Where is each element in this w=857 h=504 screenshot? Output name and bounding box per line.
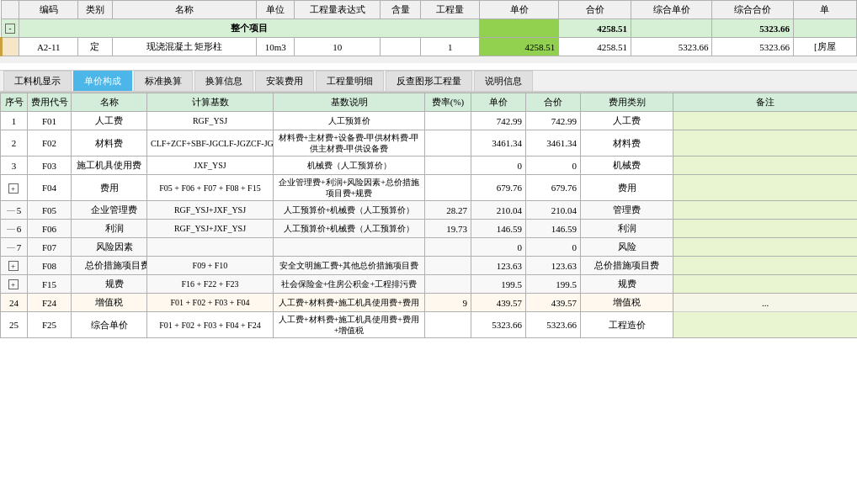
- cell-code: F25: [28, 312, 72, 338]
- table-row: +F15规费F16 + F22 + F23社会保险金+住房公积金+工程排污费19…: [1, 275, 858, 294]
- bottom-table: 序号 费用代号 名称 计算基数 基数说明 费率(%) 单价 合价 费用类别 备注…: [0, 93, 857, 338]
- cell-total: 123.63: [526, 257, 581, 275]
- tab-huansuan[interactable]: 换算信息: [194, 71, 253, 91]
- cell-rate: [425, 112, 471, 130]
- table-row: +F04费用F05 + F06 + F07 + F08 + F15企业管理费+利…: [1, 175, 858, 201]
- col-total: 合价: [559, 1, 631, 19]
- cell-total: 0: [526, 238, 581, 257]
- cell-unit-price: 0: [471, 238, 526, 257]
- cell-rate: [425, 130, 471, 157]
- expand-icon[interactable]: +: [8, 279, 19, 289]
- cell-rate: [425, 175, 471, 201]
- cell-category: 材料费: [581, 130, 673, 157]
- cell-seq: 24: [1, 294, 28, 312]
- project-row: - 整个项目 4258.51 5323.66: [2, 19, 857, 38]
- cell-unit-price: 146.59: [471, 220, 526, 238]
- cell-note: [673, 130, 858, 157]
- cell-base-desc: 企业管理费+利润+风险因素+总价措施项目费+规费: [274, 175, 425, 201]
- col-quantity: 工程量: [421, 1, 480, 19]
- cell-unit-price: 199.5: [471, 275, 526, 294]
- expand-icon[interactable]: +: [8, 183, 19, 194]
- top-header: 编码 类别 名称 单位 工程量表达式 含量 工程量 单价 合价 综合单价 综合合…: [2, 1, 857, 19]
- cell-category: 管理费: [581, 201, 673, 220]
- bh-base: 计算基数: [147, 93, 274, 112]
- cell-total: 3461.34: [526, 130, 581, 157]
- cell-seq: +: [1, 275, 28, 294]
- cell-category: 总价措施项目费: [581, 257, 673, 275]
- cell-base: JXF_YSJ: [147, 157, 274, 175]
- cell-name: 材料费: [72, 130, 147, 157]
- tab-gongliaojishow[interactable]: 工料机显示: [3, 71, 72, 91]
- row-code: A2-11: [19, 38, 78, 56]
- table-row: 6F06利润RGF_YSJ+JXF_YSJ人工预算价+机械费（人工预算价）19.…: [1, 220, 858, 238]
- cell-code: F02: [28, 130, 72, 157]
- cell-base-desc: 人工费+材料费+施工机具使用费+费用: [274, 294, 425, 312]
- level-indicator: [7, 229, 15, 230]
- cell-code: F04: [28, 175, 72, 201]
- cell-base-desc: 安全文明施工费+其他总价措施项目费: [274, 257, 425, 275]
- cell-base: [147, 238, 274, 257]
- level-indicator: [7, 247, 15, 248]
- expand-icon[interactable]: +: [8, 261, 19, 271]
- cell-total: 146.59: [526, 220, 581, 238]
- cell-base: F05 + F06 + F07 + F08 + F15: [147, 175, 274, 201]
- cell-base-desc: 人工费+材料费+施工机具使用费+费用+增值税: [274, 312, 425, 338]
- cell-code: F07: [28, 238, 72, 257]
- cell-seq: 2: [1, 130, 28, 157]
- cell-category: 工程造价: [581, 312, 673, 338]
- bottom-header: 序号 费用代号 名称 计算基数 基数说明 费率(%) 单价 合价 费用类别 备注: [1, 93, 858, 112]
- project-expand[interactable]: -: [2, 19, 19, 38]
- row-category: 定: [78, 38, 113, 56]
- tab-fancha[interactable]: 反查图形工程量: [386, 71, 472, 91]
- project-composite-total: 5323.66: [712, 19, 793, 38]
- cell-base: RGF_YSJ: [147, 112, 274, 130]
- tab-shuoming[interactable]: 说明信息: [474, 71, 533, 91]
- cell-total: 5323.66: [526, 312, 581, 338]
- cell-rate: 28.27: [425, 201, 471, 220]
- bh-rate: 费率(%): [425, 93, 471, 112]
- row-quantity: 1: [421, 38, 480, 56]
- bh-note: 备注: [673, 93, 858, 112]
- cell-name: 费用: [72, 175, 147, 201]
- table-row: 5F05企业管理费RGF_YSJ+JXF_YSJ人工预算价+机械费（人工预算价）…: [1, 201, 858, 220]
- cell-code: F01: [28, 112, 72, 130]
- cell-base: F01 + F02 + F03 + F04 + F24: [147, 312, 274, 338]
- table-row: 7F07风险因素00风险: [1, 238, 858, 257]
- tab-biaozhun[interactable]: 标准换算: [134, 71, 193, 91]
- table-row: 1F01人工费RGF_YSJ人工预算价742.99742.99人工费: [1, 112, 858, 130]
- project-total: 4258.51: [559, 19, 631, 38]
- cell-name: 企业管理费: [72, 201, 147, 220]
- col-content: 含量: [381, 1, 421, 19]
- cell-rate: [425, 275, 471, 294]
- cell-name: 增值税: [72, 294, 147, 312]
- cell-note: [673, 275, 858, 294]
- project-unit-price: [479, 19, 558, 38]
- row-content: [381, 38, 421, 56]
- cell-note: [673, 312, 858, 338]
- cell-code: F24: [28, 294, 72, 312]
- col-name: 名称: [112, 1, 256, 19]
- cell-base-desc: 人工预算价+机械费（人工预算价）: [274, 220, 425, 238]
- data-row: A2-11 定 现浇混凝土 矩形柱 10m3 10 1 4258.51 4258…: [2, 38, 857, 56]
- cell-code: F08: [28, 257, 72, 275]
- tab-danjia[interactable]: 单价构成: [73, 71, 132, 91]
- cell-base-desc: 人工预算价: [274, 112, 425, 130]
- cell-base-desc: 人工预算价+机械费（人工预算价）: [274, 201, 425, 220]
- cell-base: RGF_YSJ+JXF_YSJ: [147, 201, 274, 220]
- cell-seq: +: [1, 257, 28, 275]
- row-expr: 10: [295, 38, 381, 56]
- tab-gongchengliang[interactable]: 工程量明细: [316, 71, 384, 91]
- col-unit: 单位: [257, 1, 295, 19]
- cell-name: 总价措施项目费: [72, 257, 147, 275]
- tab-anzhuang[interactable]: 安装费用: [255, 71, 314, 91]
- cell-unit-price: 679.76: [471, 175, 526, 201]
- table-row: 3F03施工机具使用费JXF_YSJ机械费（人工预算价）00机械费: [1, 157, 858, 175]
- row-name: 现浇混凝土 矩形柱: [112, 38, 256, 56]
- cell-unit-price: 210.04: [471, 201, 526, 220]
- cell-note[interactable]: ...: [673, 294, 858, 312]
- cell-note: [673, 201, 858, 220]
- row-composite-total: 5323.66: [712, 38, 793, 56]
- cell-base: F01 + F02 + F03 + F04: [147, 294, 274, 312]
- collapse-icon[interactable]: -: [5, 24, 15, 34]
- cell-total: 199.5: [526, 275, 581, 294]
